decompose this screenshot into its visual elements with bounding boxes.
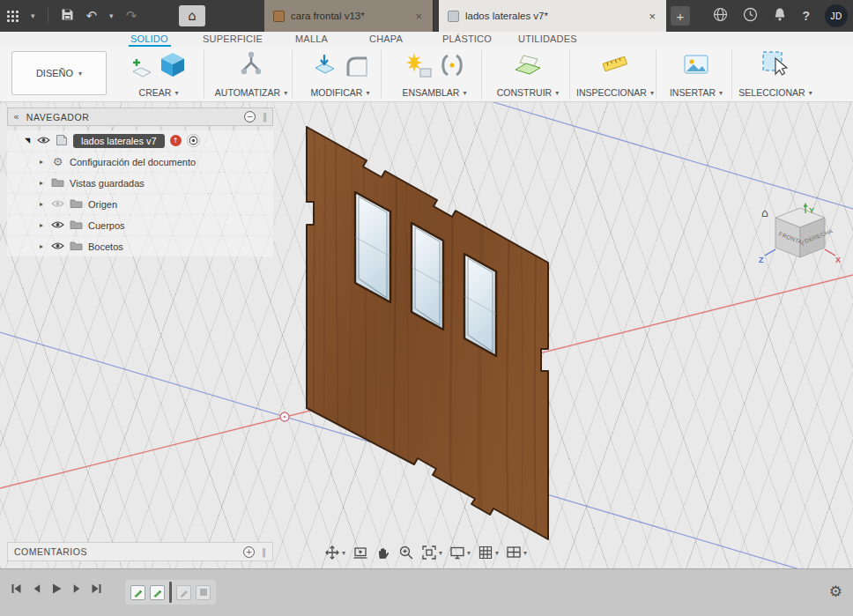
- automate-icon[interactable]: [236, 49, 266, 82]
- group-label-construir[interactable]: CONSTRUIR▾: [497, 87, 559, 98]
- expand-icon[interactable]: ◥: [23, 137, 32, 145]
- tree-row-document-settings[interactable]: ▸ ⚙ Configuración del documento: [7, 152, 273, 172]
- user-avatar[interactable]: JD: [825, 4, 848, 27]
- view-cube[interactable]: ⌂ FRONTAL DERECHA Y X Z: [756, 203, 848, 277]
- expand-icon[interactable]: ▸: [37, 200, 46, 208]
- undo-caret-icon[interactable]: ▾: [109, 11, 114, 20]
- close-tab-icon[interactable]: ×: [647, 10, 657, 23]
- visibility-eye-icon[interactable]: [37, 136, 50, 146]
- group-label-modificar[interactable]: MODIFICAR▾: [311, 87, 370, 98]
- timeline-settings-gear-icon[interactable]: ⚙: [829, 583, 842, 600]
- display-settings-button[interactable]: ▾: [448, 544, 472, 561]
- navigator-header[interactable]: « NAVEGADOR − ‖: [7, 108, 273, 126]
- home-view-icon[interactable]: ⌂: [761, 206, 768, 219]
- data-panel-icon[interactable]: [7, 11, 19, 22]
- undo-icon[interactable]: ↶: [86, 10, 98, 23]
- viewports-button[interactable]: ▾: [504, 544, 529, 561]
- tree-row-bodies[interactable]: ▸ Cuerpos: [7, 215, 273, 235]
- collapse-panel-icon[interactable]: «: [13, 111, 19, 122]
- measure-icon[interactable]: [600, 49, 630, 82]
- notifications-bell-icon[interactable]: [773, 7, 787, 25]
- viewport-canvas[interactable]: « NAVEGADOR − ‖ ◥ lados laterales v7 ↑: [0, 102, 853, 568]
- document-tab-lados-laterales[interactable]: lados laterales v7* ×: [439, 0, 666, 32]
- fillet-icon[interactable]: [344, 53, 370, 82]
- group-label-insertar[interactable]: INSERTAR▾: [670, 87, 723, 98]
- go-to-start-button[interactable]: [9, 582, 24, 596]
- timeline-position-marker[interactable]: [169, 582, 172, 603]
- document-icon: [273, 11, 285, 22]
- timeline-sketch-feature[interactable]: [150, 585, 165, 600]
- panel-grip-icon[interactable]: ‖: [263, 112, 267, 122]
- group-label-inspeccionar[interactable]: INSPECCIONAR▾: [576, 87, 654, 98]
- step-back-button[interactable]: [30, 582, 43, 596]
- tab-malla[interactable]: MALLA: [295, 33, 328, 44]
- timeline-suppressed-feature[interactable]: [196, 585, 211, 600]
- joint-icon[interactable]: [439, 51, 465, 82]
- create-box-icon[interactable]: [158, 49, 188, 82]
- minimize-panel-icon[interactable]: −: [244, 111, 256, 122]
- tab-utilidades[interactable]: UTILIDADES: [518, 33, 577, 44]
- go-to-end-button[interactable]: [89, 582, 104, 596]
- expand-icon[interactable]: ▸: [37, 179, 46, 187]
- workspace-selector[interactable]: DISEÑO ▾: [11, 51, 107, 95]
- visibility-eye-icon[interactable]: [51, 241, 64, 252]
- chevron-down-icon: ▾: [174, 89, 178, 97]
- timeline-sketch-feature[interactable]: [130, 585, 145, 600]
- tree-row-sketches[interactable]: ▸ Bocetos: [7, 236, 273, 256]
- group-label-automatizar[interactable]: AUTOMATIZAR▾: [215, 87, 287, 98]
- home-button[interactable]: ⌂: [179, 5, 205, 26]
- grid-settings-button[interactable]: ▾: [476, 544, 501, 561]
- comments-bar[interactable]: COMENTARIOS + ‖: [7, 542, 273, 561]
- pan-button[interactable]: [374, 544, 393, 561]
- new-tab-button[interactable]: +: [671, 6, 690, 26]
- save-icon[interactable]: [61, 8, 74, 24]
- activate-component-radio[interactable]: [187, 134, 200, 147]
- create-sketch-icon[interactable]: [130, 56, 152, 82]
- add-comment-icon[interactable]: +: [243, 546, 255, 558]
- orbit-button[interactable]: ▾: [323, 544, 347, 561]
- tree-row-saved-views[interactable]: ▸ Vistas guardadas: [7, 173, 273, 193]
- tab-solido[interactable]: SOLIDO: [130, 33, 168, 44]
- timeline-suppressed-feature[interactable]: [176, 585, 191, 600]
- tree-row-root[interactable]: ◥ lados laterales v7 ↑: [7, 130, 273, 151]
- insert-image-icon[interactable]: [681, 51, 711, 82]
- file-menu-caret-icon[interactable]: ▾: [31, 11, 35, 20]
- window-cutout-3[interactable]: [464, 254, 496, 356]
- construct-plane-icon[interactable]: [513, 49, 543, 82]
- window-cutout-2[interactable]: [412, 223, 443, 330]
- job-status-clock-icon[interactable]: [743, 7, 758, 25]
- expand-icon[interactable]: ▸: [37, 242, 46, 250]
- visibility-eye-icon[interactable]: [51, 220, 64, 231]
- group-label-crear[interactable]: CREAR▾: [139, 87, 179, 98]
- document-tab-cara-frontal[interactable]: cara frontal v13* ×: [264, 0, 434, 32]
- select-cursor-icon[interactable]: [760, 49, 790, 82]
- step-forward-button[interactable]: [70, 582, 83, 596]
- titlebar-separator: [48, 8, 48, 24]
- press-pull-icon[interactable]: [310, 51, 338, 82]
- tree-row-origin[interactable]: ▸ Origen: [7, 194, 273, 214]
- group-label-ensamblar[interactable]: ENSAMBLAR▾: [403, 87, 467, 98]
- tab-plastico[interactable]: PLÁSTICO: [442, 33, 492, 44]
- panel-grip-icon[interactable]: ‖: [262, 547, 266, 557]
- timeline-track[interactable]: [125, 580, 216, 605]
- group-label-seleccionar[interactable]: SELECCIONAR▾: [738, 87, 812, 98]
- zoom-button[interactable]: [397, 544, 416, 561]
- close-tab-icon[interactable]: ×: [413, 10, 424, 23]
- origin-point[interactable]: [280, 412, 289, 421]
- tab-chapa[interactable]: CHAPA: [369, 33, 403, 44]
- fit-view-button[interactable]: ▾: [419, 544, 444, 561]
- expand-icon[interactable]: ▸: [37, 221, 46, 229]
- tab-superficie[interactable]: SUPERFICIE: [203, 33, 263, 44]
- gear-icon: ⚙: [51, 155, 64, 168]
- help-icon[interactable]: ?: [802, 9, 810, 23]
- redo-icon[interactable]: ↷: [126, 10, 137, 23]
- expand-icon[interactable]: ▸: [37, 158, 46, 166]
- window-cutout-1[interactable]: [355, 192, 390, 302]
- extensions-icon[interactable]: [713, 7, 728, 25]
- wood-panel-body[interactable]: [307, 120, 548, 552]
- root-component-label[interactable]: lados laterales v7: [73, 134, 165, 148]
- look-at-button[interactable]: [351, 544, 370, 561]
- play-button[interactable]: [49, 582, 63, 596]
- visibility-eye-off-icon[interactable]: [51, 199, 64, 210]
- new-component-icon[interactable]: [404, 51, 434, 82]
